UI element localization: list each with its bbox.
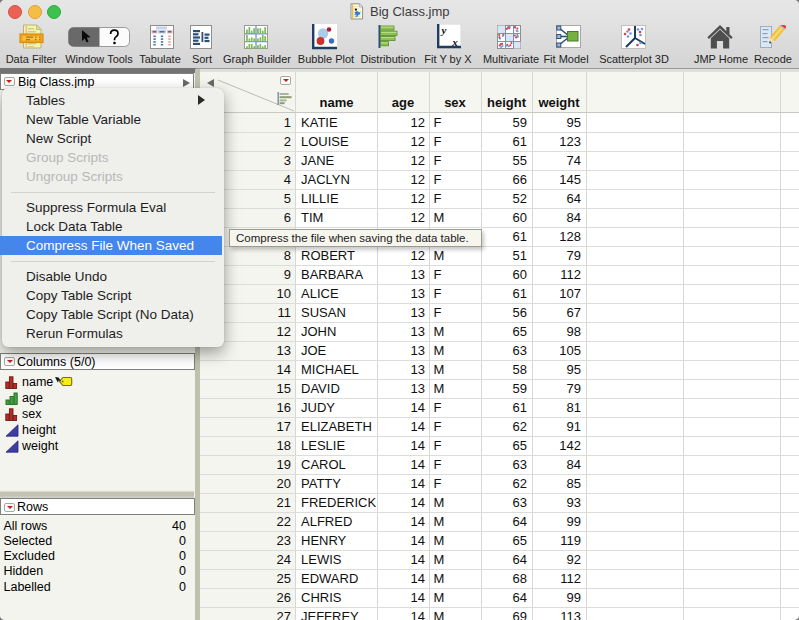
svg-text:y: y bbox=[440, 24, 447, 36]
svg-text:x: x bbox=[451, 36, 458, 48]
